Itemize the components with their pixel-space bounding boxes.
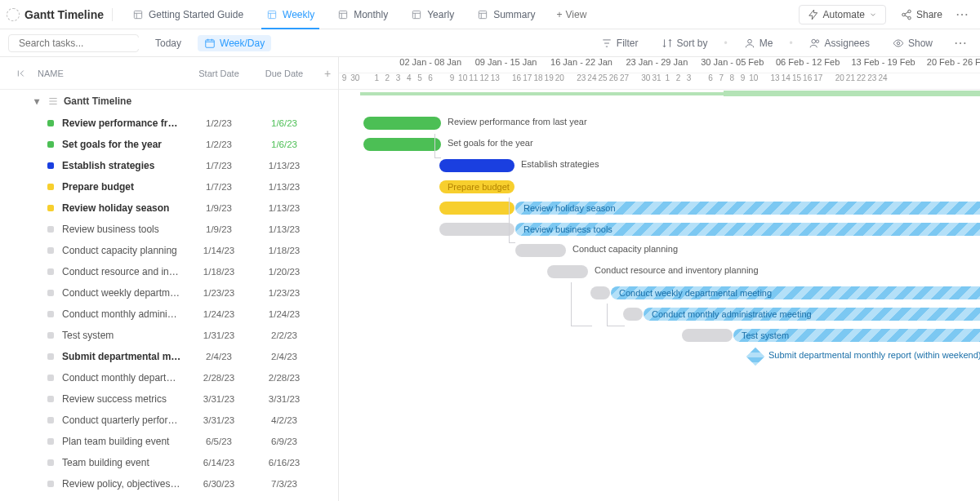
gantt-bar[interactable]: Test system xyxy=(733,329,980,342)
week-header: 20 Feb - 26 Feb xyxy=(921,57,980,73)
start-date: 6/14/23 xyxy=(186,458,252,468)
status-dot xyxy=(47,353,54,360)
day-header: 24 xyxy=(586,73,597,89)
more-options[interactable]: ⋯ xyxy=(949,32,972,54)
task-row[interactable]: Establish strategies1/7/231/13/23 xyxy=(0,155,338,176)
status-dot xyxy=(47,481,54,487)
gantt-bar[interactable]: Conduct monthly administrative meeting xyxy=(644,308,980,321)
task-row[interactable]: Conduct weekly departmental me...1/23/23… xyxy=(0,282,338,304)
tab-weekly[interactable]: Weekly xyxy=(255,0,326,29)
tab-label: Weekly xyxy=(283,9,314,20)
task-name: Establish strategies xyxy=(54,160,186,171)
day-header: 21 xyxy=(845,73,856,89)
add-view-button[interactable]: + View xyxy=(546,9,596,20)
gantt-chart[interactable]: Review performance from last yearSet goa… xyxy=(339,90,980,498)
gantt-bar[interactable]: Review business tools xyxy=(515,223,980,236)
due-date: 1/24/23 xyxy=(252,309,317,319)
day-header: 16 xyxy=(802,73,813,89)
group-label: Gantt Timeline xyxy=(64,95,131,107)
gantt-bar[interactable] xyxy=(547,265,588,278)
tab-summary[interactable]: Summary xyxy=(466,0,546,29)
share-button[interactable]: Share xyxy=(893,6,951,24)
due-date: 4/2/23 xyxy=(252,415,317,425)
gantt-bar[interactable]: Prepare budget xyxy=(439,180,514,193)
task-row[interactable]: Submit departmental monthly re...2/4/232… xyxy=(0,346,338,367)
task-row[interactable]: Plan team building event6/5/236/9/23 xyxy=(0,431,338,452)
task-row[interactable]: Prepare budget1/7/231/13/23 xyxy=(0,176,338,197)
task-name: Review holiday season xyxy=(54,202,186,214)
gantt-area[interactable]: 02 Jan - 08 Jan09 Jan - 15 Jan16 Jan - 2… xyxy=(339,57,980,501)
start-date: 1/18/23 xyxy=(186,267,252,277)
gantt-bar[interactable] xyxy=(623,308,643,321)
task-name: Conduct capacity planning xyxy=(54,245,186,256)
task-row[interactable]: Conduct monthly departmental m...2/28/23… xyxy=(0,367,338,388)
task-row[interactable]: Conduct monthly administrative m...1/24/… xyxy=(0,304,338,325)
tab-getting-started-guide[interactable]: Getting Started Guide xyxy=(121,0,255,29)
gantt-bar[interactable] xyxy=(682,329,733,342)
task-row[interactable]: Test system1/31/232/2/23 xyxy=(0,325,338,346)
gantt-bar[interactable] xyxy=(515,244,566,257)
day-header: 17 xyxy=(522,73,532,89)
user-icon xyxy=(744,38,755,49)
show-button[interactable]: Show xyxy=(886,35,939,51)
day-header: 9 xyxy=(737,73,748,89)
automate-button[interactable]: Automate xyxy=(799,5,886,24)
col-start[interactable]: Start Date xyxy=(186,69,252,78)
today-button[interactable]: Today xyxy=(149,35,188,51)
task-name: Conduct monthly administrative m... xyxy=(54,308,186,320)
day-header: 3 xyxy=(684,73,694,89)
day-header: 10 xyxy=(748,73,759,89)
due-date: 6/9/23 xyxy=(252,437,317,446)
weekday-toggle[interactable]: Week/Day xyxy=(198,35,271,51)
start-date: 3/31/23 xyxy=(186,394,252,404)
due-date: 1/20/23 xyxy=(252,267,317,277)
task-row[interactable]: Review holiday season1/9/231/13/23 xyxy=(0,197,338,219)
sortby-button[interactable]: Sort by xyxy=(655,35,715,51)
task-row[interactable]: Review performance for the last 6 ...7/3… xyxy=(0,494,338,501)
task-row[interactable]: Review success metrics3/31/233/31/23 xyxy=(0,388,338,410)
gantt-bar[interactable] xyxy=(439,223,514,236)
task-name: Review policy, objectives, and busi... xyxy=(54,478,186,490)
task-row[interactable]: Set goals for the year1/2/231/6/23 xyxy=(0,134,338,155)
gantt-bar[interactable] xyxy=(439,159,514,172)
list-icon xyxy=(47,95,59,107)
chevron-down-icon xyxy=(869,11,877,19)
gantt-bar[interactable] xyxy=(363,117,441,130)
task-row[interactable]: Conduct resource and inventory pl...1/18… xyxy=(0,261,338,282)
task-row[interactable]: Review performance from last year1/2/231… xyxy=(0,113,338,134)
group-header[interactable]: ▶ Gantt Timeline xyxy=(0,90,338,113)
day-header: 11 xyxy=(468,73,479,89)
task-row[interactable]: Review business tools1/9/231/13/23 xyxy=(0,219,338,240)
gantt-bar[interactable] xyxy=(439,202,514,215)
tab-monthly[interactable]: Monthly xyxy=(326,0,399,29)
start-date: 1/14/23 xyxy=(186,246,252,255)
task-row[interactable]: Conduct quarterly performance m...3/31/2… xyxy=(0,410,338,431)
task-name: Review business tools xyxy=(54,224,186,235)
col-due[interactable]: Due Date xyxy=(252,69,317,78)
gantt-bar[interactable]: Review holiday season xyxy=(515,202,980,215)
more-menu[interactable]: ⋯ xyxy=(951,3,973,25)
search-field[interactable] xyxy=(19,38,141,49)
collapse-icon[interactable] xyxy=(16,68,28,79)
svg-point-7 xyxy=(908,16,911,20)
task-row[interactable]: Team building event6/14/236/16/23 xyxy=(0,452,338,473)
add-column[interactable]: + xyxy=(317,67,338,80)
task-row[interactable]: Review policy, objectives, and busi...6/… xyxy=(0,473,338,494)
milestone[interactable] xyxy=(746,348,765,366)
gantt-bar[interactable] xyxy=(590,286,610,299)
filter-button[interactable]: Filter xyxy=(595,35,645,51)
day-header xyxy=(823,73,834,89)
me-filter[interactable]: Me xyxy=(737,35,780,51)
gantt-weeks: 02 Jan - 08 Jan09 Jan - 15 Jan16 Jan - 2… xyxy=(339,57,980,73)
gantt-bar[interactable] xyxy=(363,138,441,151)
week-header xyxy=(339,57,393,73)
share-icon xyxy=(901,9,912,20)
tab-yearly[interactable]: Yearly xyxy=(399,0,466,29)
search-input[interactable] xyxy=(8,34,139,52)
day-header: 8 xyxy=(727,73,737,89)
task-row[interactable]: Conduct capacity planning1/14/231/18/23 xyxy=(0,240,338,261)
col-name[interactable]: NAME xyxy=(38,69,186,78)
gantt-bar[interactable]: Conduct weekly departmental meeting xyxy=(611,286,980,299)
tab-label: Getting Started Guide xyxy=(149,9,243,20)
assignees-filter[interactable]: Assignees xyxy=(803,35,876,51)
